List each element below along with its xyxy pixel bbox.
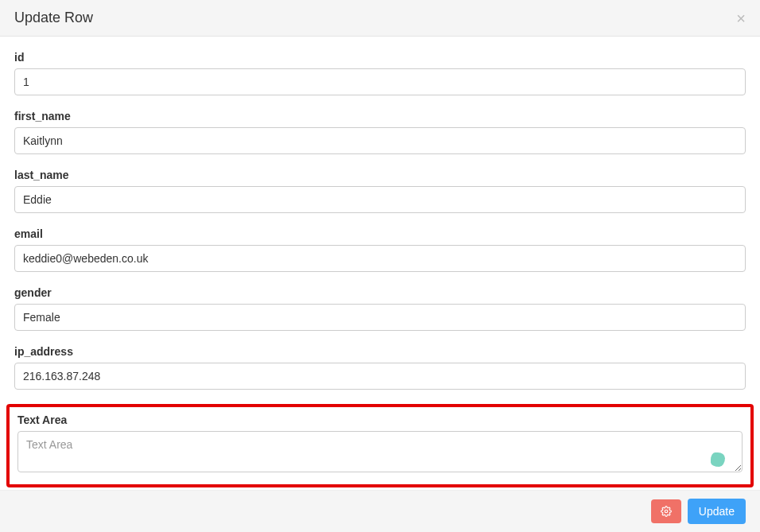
input-last-name[interactable] — [14, 186, 746, 213]
input-first-name[interactable] — [14, 127, 746, 154]
modal-body: id first_name last_name email gender ip_… — [0, 37, 760, 495]
field-last-name: last_name — [14, 169, 746, 213]
label-id: id — [14, 51, 746, 64]
update-button[interactable]: Update — [688, 499, 746, 524]
input-ip-address[interactable] — [14, 363, 746, 390]
settings-button[interactable] — [651, 499, 681, 523]
field-id: id — [14, 51, 746, 95]
label-first-name: first_name — [14, 110, 746, 122]
input-gender[interactable] — [14, 304, 746, 331]
field-gender: gender — [14, 286, 746, 331]
modal-header: Update Row × — [0, 0, 760, 37]
close-button[interactable]: × — [736, 10, 746, 26]
label-ip-address: ip_address — [14, 345, 746, 358]
label-text-area: Text Area — [17, 414, 743, 426]
label-email: email — [14, 227, 746, 240]
highlighted-text-area-section: Text Area — [6, 404, 754, 487]
field-ip-address: ip_address — [14, 345, 746, 390]
label-gender: gender — [14, 286, 746, 299]
gear-icon — [661, 506, 672, 517]
field-email: email — [14, 227, 746, 272]
modal-footer: Update — [0, 490, 760, 532]
input-id[interactable] — [14, 68, 746, 95]
input-text-area[interactable] — [17, 431, 743, 472]
close-icon: × — [736, 10, 746, 27]
input-email[interactable] — [14, 245, 746, 272]
field-text-area: Text Area — [17, 414, 743, 475]
svg-point-0 — [665, 510, 668, 513]
label-last-name: last_name — [14, 169, 746, 181]
modal-title: Update Row — [14, 10, 93, 26]
field-first-name: first_name — [14, 110, 746, 154]
